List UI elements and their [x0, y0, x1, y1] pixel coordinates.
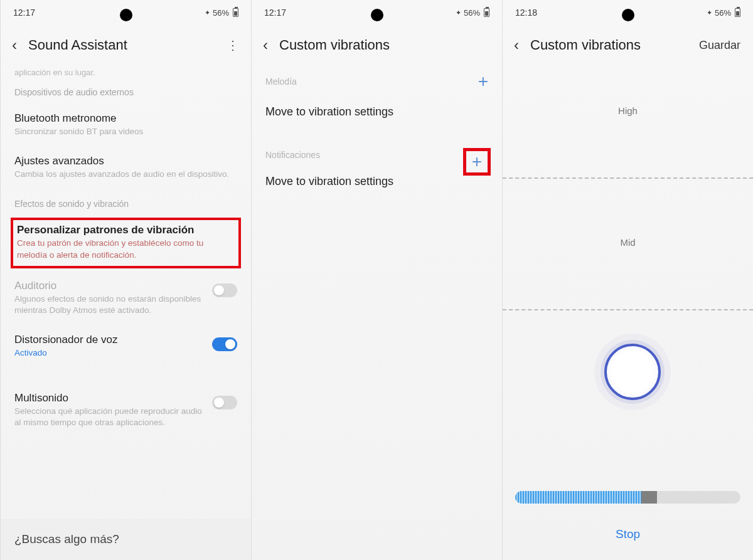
section-melody: Melodía + — [252, 68, 502, 95]
toggle-voice-distortion[interactable] — [212, 337, 237, 351]
row-voice-distortion[interactable]: Distorsionador de voz Activado — [1, 325, 251, 367]
row-title: Ajustes avanzados — [14, 155, 237, 167]
header: ‹ Custom vibrations — [252, 25, 502, 68]
status-time: 12:17 — [264, 8, 286, 18]
header: ‹ Sound Assistant ⋮ — [1, 25, 251, 68]
more-icon[interactable]: ⋮ — [227, 38, 238, 53]
section-label: Notificaciones — [265, 150, 320, 160]
row-auditorio[interactable]: Auditorio Algunos efectos de sonido no e… — [1, 271, 251, 325]
back-icon[interactable]: ‹ — [263, 36, 268, 54]
status-time: 12:18 — [515, 8, 537, 18]
stop-button[interactable]: Stop — [616, 527, 640, 541]
vibration-canvas[interactable]: High Mid Low — [503, 74, 753, 444]
section-label: Melodía — [265, 77, 297, 87]
truncated-text: aplicación en su lugar. — [1, 68, 251, 77]
add-melody-icon[interactable]: + — [478, 73, 488, 90]
link-vibration-settings-melody[interactable]: Move to vibration settings — [252, 95, 502, 132]
row-subtitle: Selecciona qué aplicación puede reproduc… — [14, 406, 205, 428]
timeline-cursor — [641, 491, 657, 504]
page-title: Custom vibrations — [279, 37, 489, 53]
highlight-box-add-notification[interactable]: + — [463, 148, 491, 176]
screen-vibration-editor: 12:18 ✦56% ‹ Custom vibrations Guardar H… — [502, 0, 753, 560]
level-mid-label: Mid — [620, 237, 635, 248]
toggle-auditorio[interactable] — [212, 283, 237, 297]
row-title: Bluetooth metronome — [14, 112, 237, 125]
record-indicator[interactable] — [604, 344, 661, 400]
row-title: Auditorio — [14, 280, 205, 292]
row-subtitle: Algunos efectos de sonido no estarán dis… — [14, 293, 205, 316]
status-battery: ✦56% — [456, 8, 489, 18]
section-external-devices: Dispositivos de audio externos — [1, 77, 251, 103]
status-bar: 12:17 ✦56% — [1, 0, 251, 25]
row-advanced-settings[interactable]: Ajustes avanzados Cambia los ajustes ava… — [1, 146, 251, 189]
divider-high-mid — [503, 177, 753, 179]
back-icon[interactable]: ‹ — [12, 36, 17, 54]
footer-search-prompt[interactable]: ¿Buscas algo más? — [1, 519, 251, 560]
status-time: 12:17 — [13, 8, 35, 18]
screen-sound-assistant: 12:17 ✦56% ‹ Sound Assistant ⋮ aplicació… — [0, 0, 251, 560]
row-title: Distorsionador de voz — [14, 334, 117, 346]
row-subtitle: Cambia los ajustes avanzados de audio en… — [14, 169, 237, 180]
status-battery: ✦56% — [707, 8, 740, 18]
add-notification-icon[interactable]: + — [472, 153, 482, 171]
header: ‹ Custom vibrations Guardar — [503, 25, 753, 68]
highlight-box-vibration[interactable]: Personalizar patrones de vibración Crea … — [11, 218, 241, 268]
row-subtitle: Activado — [14, 347, 117, 359]
screen-custom-vibrations-list: 12:17 ✦56% ‹ Custom vibrations Melodía +… — [251, 0, 502, 560]
row-subtitle: Crea tu patrón de vibración y establécel… — [17, 238, 235, 260]
save-button[interactable]: Guardar — [699, 39, 740, 52]
row-multisound[interactable]: Multisonido Selecciona qué aplicación pu… — [1, 383, 251, 437]
toggle-multisound[interactable] — [212, 396, 237, 409]
status-bar: 12:18 ✦56% — [503, 0, 753, 25]
divider-mid-low — [503, 309, 753, 310]
row-title: Multisonido — [14, 392, 205, 404]
page-title: Sound Assistant — [28, 37, 215, 53]
row-title: Personalizar patrones de vibración — [17, 224, 235, 236]
timeline-recorded — [515, 491, 641, 504]
row-subtitle: Sincronizar sonido BT para videos — [14, 126, 237, 137]
page-title: Custom vibrations — [530, 37, 688, 53]
status-battery: ✦56% — [205, 8, 238, 18]
row-bluetooth-metronome[interactable]: Bluetooth metronome Sincronizar sonido B… — [1, 103, 251, 146]
level-high-label: High — [618, 105, 638, 116]
status-bar: 12:17 ✦56% — [252, 0, 502, 25]
vibration-timeline[interactable] — [515, 491, 740, 504]
back-icon[interactable]: ‹ — [514, 36, 519, 54]
section-sound-vibration: Efectos de sonido y vibración — [1, 189, 251, 215]
